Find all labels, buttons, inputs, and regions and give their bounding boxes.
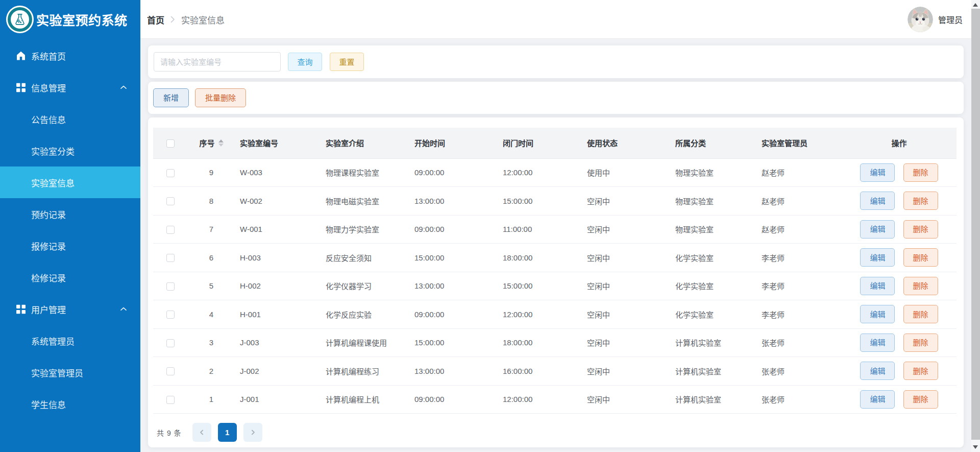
sidebar-item-student-info[interactable]: 学生信息 — [0, 388, 140, 420]
edit-button[interactable]: 编辑 — [860, 334, 895, 352]
cell-code: H-002 — [235, 272, 321, 300]
cell-start-time: 13:00:00 — [409, 357, 498, 386]
row-checkbox[interactable] — [166, 197, 175, 205]
edit-button[interactable]: 编辑 — [860, 362, 895, 380]
row-checkbox[interactable] — [166, 396, 175, 404]
sidebar-item-lab-category[interactable]: 实验室分类 — [0, 135, 140, 166]
delete-button[interactable]: 删除 — [903, 277, 938, 295]
scroll-up-icon[interactable] — [973, 3, 978, 7]
cell-status: 空闲中 — [582, 187, 670, 216]
cell-intro: 物理力学实验室 — [321, 215, 409, 244]
delete-button[interactable]: 删除 — [903, 334, 938, 352]
row-checkbox[interactable] — [166, 282, 175, 291]
delete-button[interactable]: 删除 — [903, 390, 938, 409]
chevron-up-icon — [120, 85, 127, 89]
reset-button[interactable]: 重置 — [330, 53, 364, 71]
breadcrumb-home[interactable]: 首页 — [147, 13, 164, 26]
grid-icon — [16, 304, 26, 314]
edit-button[interactable]: 编辑 — [860, 220, 895, 239]
sidebar-item-maintenance-records[interactable]: 检修记录 — [0, 261, 140, 293]
sidebar-item-info-management[interactable]: 信息管理 — [0, 72, 140, 103]
cell-status: 空闲中 — [582, 244, 670, 272]
row-checkbox[interactable] — [166, 311, 175, 319]
cell-manager: 赵老师 — [756, 187, 842, 216]
add-button[interactable]: 新增 — [153, 88, 189, 107]
batch-delete-button[interactable]: 批量删除 — [195, 88, 246, 107]
sidebar-item-system-admin[interactable]: 系统管理员 — [0, 325, 140, 356]
table-card: 序号 实验室编号 实验室介绍 开始时间 闭门时间 使用状态 所属分类 实验室管理… — [148, 117, 964, 447]
row-checkbox[interactable] — [166, 254, 175, 262]
user-menu[interactable]: 管理员 — [908, 0, 963, 39]
edit-button[interactable]: 编辑 — [860, 305, 895, 323]
column-header-intro: 实验室介绍 — [321, 128, 409, 158]
home-icon — [16, 51, 26, 61]
page-scrollbar[interactable] — [971, 0, 980, 452]
cell-end-time: 15:00:00 — [498, 187, 582, 216]
cell-code: J-002 — [235, 357, 321, 386]
app-title: 实验室预约系统 — [36, 10, 128, 29]
prev-page-button[interactable] — [192, 423, 211, 442]
delete-button[interactable]: 删除 — [903, 362, 938, 380]
delete-button[interactable]: 删除 — [903, 305, 938, 323]
table-row: 7 W-001 物理力学实验室 09:00:00 11:00:00 空闲中 物理… — [153, 215, 957, 244]
cell-status: 空闲中 — [582, 328, 670, 357]
edit-button[interactable]: 编辑 — [860, 163, 895, 182]
sidebar-item-repair-records[interactable]: 报修记录 — [0, 230, 140, 261]
page-1-button[interactable]: 1 — [218, 423, 237, 442]
delete-button[interactable]: 删除 — [903, 220, 938, 239]
delete-button[interactable]: 删除 — [903, 163, 938, 182]
delete-button[interactable]: 删除 — [903, 192, 938, 210]
cat-avatar[interactable] — [908, 7, 933, 32]
sidebar-item-user-management[interactable]: 用户管理 — [0, 293, 140, 325]
row-checkbox[interactable] — [166, 226, 175, 234]
breadcrumb: 首页 实验室信息 — [147, 0, 225, 39]
row-checkbox[interactable] — [166, 339, 175, 347]
sidebar-item-lab-admin[interactable]: 实验室管理员 — [0, 356, 140, 388]
cell-status: 空闲中 — [582, 300, 670, 329]
cell-start-time: 09:00:00 — [409, 300, 498, 329]
search-input[interactable] — [154, 52, 281, 72]
edit-button[interactable]: 编辑 — [860, 248, 895, 267]
row-checkbox[interactable] — [166, 367, 175, 375]
edit-button[interactable]: 编辑 — [860, 390, 895, 409]
cell-manager: 张老师 — [756, 385, 842, 414]
cell-end-time: 12:00:00 — [498, 385, 582, 414]
scroll-down-icon[interactable] — [973, 445, 978, 449]
cell-code: H-003 — [235, 244, 321, 272]
toolbar-card: 新增 批量删除 — [148, 82, 964, 114]
delete-button[interactable]: 删除 — [903, 248, 938, 267]
row-checkbox[interactable] — [166, 169, 175, 177]
cell-index: 9 — [188, 158, 235, 187]
sidebar-item-lab-info[interactable]: 实验室信息 — [0, 166, 140, 198]
edit-button[interactable]: 编辑 — [860, 277, 895, 295]
cell-code: W-001 — [235, 215, 321, 244]
cell-code: J-001 — [235, 385, 321, 414]
cell-end-time: 16:00:00 — [498, 357, 582, 386]
cell-category: 物理实验室 — [670, 215, 756, 244]
column-header-manager: 实验室管理员 — [756, 128, 842, 158]
next-page-button[interactable] — [243, 423, 262, 442]
cell-start-time: 15:00:00 — [409, 328, 498, 357]
sidebar-item-home[interactable]: 系统首页 — [0, 40, 140, 72]
sidebar-item-notice-info[interactable]: 公告信息 — [0, 103, 140, 135]
cell-end-time: 12:00:00 — [498, 158, 582, 187]
sort-icon[interactable] — [218, 139, 224, 147]
cell-start-time: 09:00:00 — [409, 385, 498, 414]
sidebar-menu: 系统首页 信息管理 公告信息 实验室分类 实验室信息 预约记录 报修记录 检修记… — [0, 40, 140, 420]
cell-category: 物理实验室 — [670, 158, 756, 187]
cell-end-time: 18:00:00 — [498, 328, 582, 357]
edit-button[interactable]: 编辑 — [860, 192, 895, 210]
column-header-start: 开始时间 — [409, 128, 498, 158]
cell-status: 使用中 — [582, 158, 670, 187]
query-button[interactable]: 查询 — [288, 53, 322, 71]
select-all-checkbox[interactable] — [166, 139, 175, 148]
chevron-right-icon — [170, 16, 175, 23]
top-header: 首页 实验室信息 — [140, 0, 971, 39]
cell-code: W-002 — [235, 187, 321, 216]
cell-intro: 计算机编程上机 — [321, 385, 409, 414]
lab-table: 序号 实验室编号 实验室介绍 开始时间 闭门时间 使用状态 所属分类 实验室管理… — [153, 128, 957, 414]
scrollbar-thumb[interactable] — [971, 9, 980, 440]
cell-index: 3 — [188, 328, 235, 357]
cell-index: 8 — [188, 187, 235, 216]
sidebar-item-reservation-records[interactable]: 预约记录 — [0, 198, 140, 230]
